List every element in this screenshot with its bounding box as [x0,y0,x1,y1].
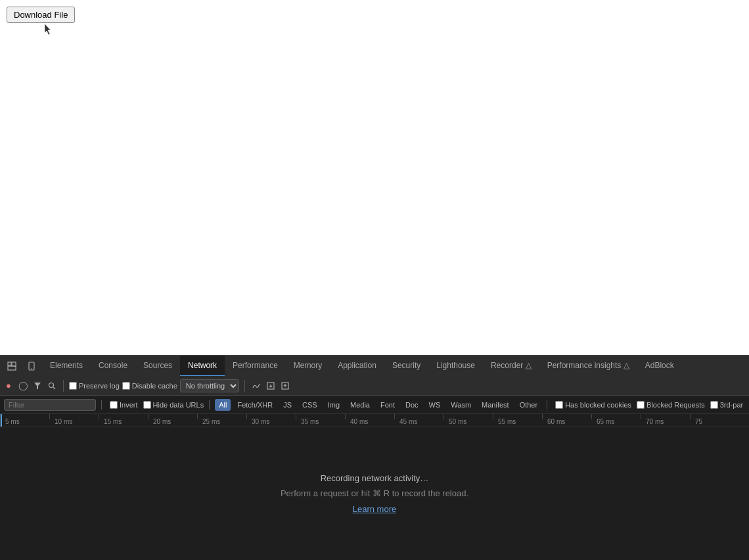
invert-label: Invert [120,401,138,409]
filter-type-ws[interactable]: WS [425,399,445,411]
filter-type-wasm[interactable]: Wasm [447,399,475,411]
filter-input[interactable] [4,399,96,411]
filter-type-manifest[interactable]: Manifest [478,399,513,411]
devtools-panel: Elements Console Sources Network Perform… [0,355,749,560]
throttle-select[interactable]: No throttling [180,379,239,392]
timeline-ruler: 5 ms 10 ms 15 ms 20 ms 25 ms 30 ms 35 ms… [0,414,749,427]
hide-data-urls-checkbox[interactable] [143,401,151,409]
blocked-requests-checkbox[interactable] [637,401,645,409]
export-har-icon[interactable] [279,380,291,392]
tab-adblock[interactable]: AdBlock [637,356,682,377]
tick-60ms: 60 ms [547,418,565,425]
download-button[interactable]: Download File [7,7,75,23]
tab-sources[interactable]: Sources [135,356,180,377]
svg-marker-5 [34,383,41,389]
disable-cache-checkbox[interactable] [122,382,130,390]
preserve-log-label: Preserve log [79,382,120,390]
tick-30ms: 30 ms [252,418,269,425]
tick-50ms: 50 ms [449,418,466,425]
preserve-log-checkbox-group[interactable]: Preserve log [69,382,120,390]
tick-75ms: 75 [695,418,702,425]
filter-type-css[interactable]: CSS [298,399,321,411]
hide-data-urls-label: Hide data URLs [153,401,204,409]
tick-55ms: 55 ms [498,418,516,425]
import-har-icon[interactable] [265,380,277,392]
devtools-filter-bar: Invert Hide data URLs All Fetch/XHR JS C… [0,396,749,414]
devtools-tab-bar: Elements Console Sources Network Perform… [0,355,749,376]
invert-checkbox[interactable] [110,401,118,409]
tab-lighthouse[interactable]: Lighthouse [428,356,483,377]
disable-cache-checkbox-group[interactable]: Disable cache [122,382,177,390]
tick-40ms: 40 ms [350,418,368,425]
tick-15ms: 15 ms [104,418,122,425]
filter-type-media[interactable]: Media [346,399,374,411]
tab-security[interactable]: Security [384,356,428,377]
tick-5ms: 5 ms [5,418,20,425]
invert-checkbox-group[interactable]: Invert [110,401,138,409]
filter-type-js[interactable]: JS [279,399,296,411]
tab-memory[interactable]: Memory [286,356,330,377]
tab-console[interactable]: Console [91,356,135,377]
tab-performance-insights[interactable]: Performance insights △ [539,356,637,377]
recording-text: Recording network activity… [321,471,429,486]
tick-45ms: 45 ms [399,418,417,425]
tab-performance[interactable]: Performance [225,356,286,377]
devtools-icon-mobile[interactable] [22,357,41,375]
has-blocked-cookies-checkbox[interactable] [555,401,563,409]
main-page: Download File [0,0,749,355]
third-party-label: 3rd-par [720,401,743,409]
tick-10ms: 10 ms [55,418,72,425]
filter-sep-3 [547,400,547,409]
preserve-log-checkbox[interactable] [69,382,77,390]
svg-point-4 [31,368,32,369]
devtools-toolbar: ● ◯ Preserve log Disable cache No thrott… [0,376,749,396]
cursor-icon [45,24,53,35]
filter-icon[interactable] [32,380,43,392]
tick-20ms: 20 ms [153,418,171,425]
tab-network[interactable]: Network [180,356,225,377]
tick-70ms: 70 ms [646,418,664,425]
tab-recorder[interactable]: Recorder △ [483,356,539,377]
filter-sep-1 [101,400,102,409]
svg-line-7 [53,387,55,389]
network-content-area: Recording network activity… Perform a re… [0,427,749,560]
tick-65ms: 65 ms [597,418,614,425]
hide-data-urls-checkbox-group[interactable]: Hide data URLs [143,401,204,409]
filter-type-doc[interactable]: Doc [401,399,422,411]
filter-type-font[interactable]: Font [376,399,399,411]
learn-more-link[interactable]: Learn more [353,502,396,517]
devtools-icon-inspect[interactable] [3,357,21,375]
third-party-checkbox[interactable] [710,401,718,409]
svg-rect-0 [8,362,11,365]
svg-rect-2 [8,366,16,370]
network-conditions-icon[interactable] [250,380,262,392]
has-blocked-cookies-checkbox-group[interactable]: Has blocked cookies [555,401,631,409]
toolbar-separator-1 [63,380,64,392]
blocked-requests-checkbox-group[interactable]: Blocked Requests [637,401,705,409]
disable-cache-label: Disable cache [132,382,177,390]
filter-type-img[interactable]: Img [324,399,344,411]
svg-rect-1 [12,362,16,366]
blocked-requests-label: Blocked Requests [647,401,705,409]
tab-elements[interactable]: Elements [42,356,91,377]
filter-sep-2 [209,400,210,409]
tick-35ms: 35 ms [301,418,319,425]
filter-type-other[interactable]: Other [516,399,542,411]
filter-type-all[interactable]: All [215,399,231,411]
has-blocked-cookies-label: Has blocked cookies [565,401,631,409]
third-party-checkbox-group[interactable]: 3rd-par [710,401,743,409]
svg-point-6 [49,383,54,387]
filter-type-fetch-xhr[interactable]: Fetch/XHR [233,399,277,411]
tick-25ms: 25 ms [202,418,220,425]
toolbar-separator-2 [244,380,245,392]
hint-text: Perform a request or hit ⌘ R to record t… [281,486,468,501]
tab-application[interactable]: Application [330,356,384,377]
clear-button[interactable]: ◯ [17,380,29,392]
record-button[interactable]: ● [3,380,14,392]
search-icon[interactable] [46,380,58,392]
